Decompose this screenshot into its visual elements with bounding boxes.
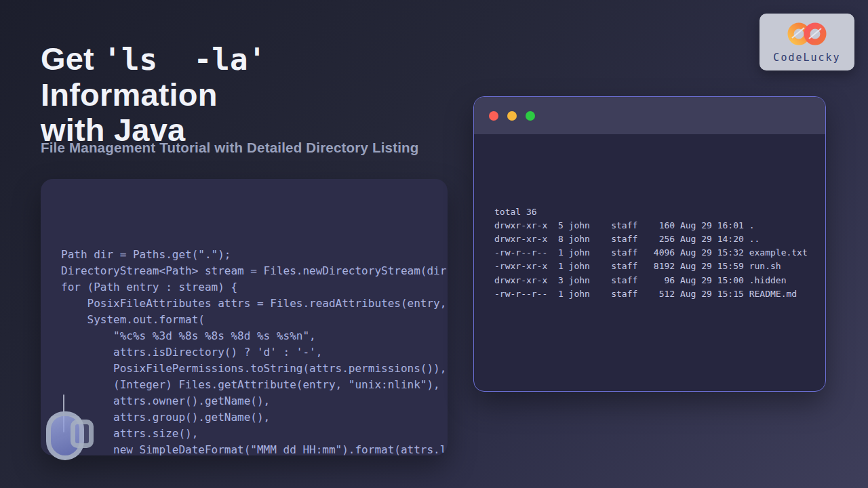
terminal-output: total 36drwxr-xr-x 5 john staff 160 Aug … [474,134,825,301]
logo-wordmark: CodeLucky [773,52,840,64]
code-line: DirectoryStream<Path> stream = Files.new… [61,263,448,279]
code-snippet-card: Path dir = Paths.get(".");DirectoryStrea… [41,179,448,455]
code-line: PosixFileAttributes attrs = Files.readAt… [61,296,448,312]
mouse-side-button-decoration [71,420,94,448]
code-line: "%c%s %3d %8s %8s %8d %s %s%n", [61,328,448,344]
terminal-output-line: -rwxr-xr-x 1 john staff 8192 Aug 29 15:5… [494,260,825,273]
code-line: attrs.size(), [61,426,448,442]
code-lines: Path dir = Paths.get(".");DirectoryStrea… [61,198,448,455]
code-line: new SimpleDateFormat("MMM dd HH:mm").for… [61,442,448,455]
page-title: Get 'ls -la' Information with Java [41,41,461,148]
title-mono-command: 'ls -la' [103,42,266,77]
code-line: PosixFilePermissions.toString(attrs.perm… [61,361,448,377]
terminal-output-line: -rw-r--r-- 1 john staff 512 Aug 29 15:15… [494,287,825,301]
infinity-icon [785,20,829,50]
code-line: attrs.isDirectory() ? 'd' : '-', [61,344,448,361]
page-subtitle: File Management Tutorial with Detailed D… [41,140,475,156]
terminal-output-line: drwxr-xr-x 8 john staff 256 Aug 29 14:20… [494,232,825,246]
minimize-window-button[interactable] [507,111,517,121]
code-line: System.out.format( [61,312,448,328]
title-line2: Information [41,77,218,113]
terminal-titlebar [474,97,825,134]
terminal-window: total 36drwxr-xr-x 5 john staff 160 Aug … [473,96,826,392]
code-line: attrs.owner().getName(), [61,393,448,409]
maximize-window-button[interactable] [526,111,535,121]
terminal-output-line: drwxr-xr-x 3 john staff 96 Aug 29 15:00 … [494,274,825,287]
code-line: (Integer) Files.getAttribute(entry, "uni… [61,377,448,393]
code-line: attrs.group().getName(), [61,409,448,426]
terminal-output-line: total 36 [494,205,825,219]
code-line: Path dir = Paths.get("."); [61,247,448,263]
title-sans-part: Get [41,41,103,77]
codelucky-logo-badge: CodeLucky [760,14,854,70]
code-line: for (Path entry : stream) { [61,279,448,296]
terminal-output-line: -rw-r--r-- 1 john staff 4096 Aug 29 15:3… [494,246,825,260]
terminal-output-line: drwxr-xr-x 5 john staff 160 Aug 29 16:01… [494,219,825,232]
close-window-button[interactable] [489,111,498,121]
